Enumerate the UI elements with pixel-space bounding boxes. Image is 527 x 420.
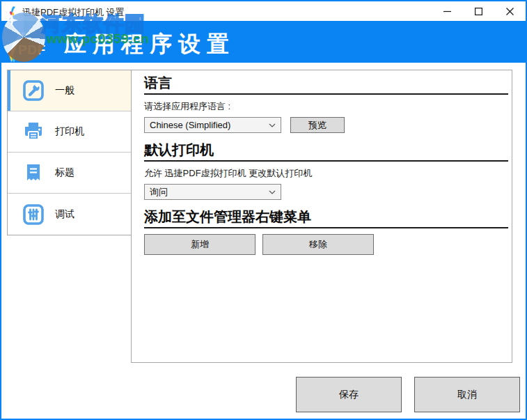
cancel-button[interactable]: 取消: [414, 377, 520, 412]
language-select-value: Chinese (Simplified): [150, 120, 230, 130]
add-button[interactable]: 新增: [144, 234, 255, 255]
preview-button[interactable]: 预览: [290, 117, 345, 133]
sidebar-item-label: 一般: [55, 84, 74, 97]
sidebar-item-label: 标题: [55, 166, 74, 179]
maximize-button[interactable]: [463, 1, 494, 21]
sliders-icon: [22, 203, 45, 226]
default-printer-select[interactable]: 询问: [144, 184, 281, 200]
wrench-icon: [22, 79, 45, 102]
close-button[interactable]: [494, 1, 526, 21]
page-title: 应用程序设置: [64, 29, 235, 60]
maximize-icon: [475, 8, 482, 15]
sidebar-item-printer[interactable]: 打印机: [8, 111, 132, 153]
app-logo-icon: [8, 6, 19, 17]
sidebar-item-title[interactable]: 标题: [8, 153, 132, 194]
default-printer-label: 允许 迅捷PDF虚拟打印机 更改默认打印机: [144, 167, 508, 180]
sidebar-item-label: 打印机: [55, 125, 84, 138]
content-panel: 语言 请选择应用程序语言 : Chinese (Simplified) 预览 默…: [131, 70, 512, 363]
language-label: 请选择应用程序语言 :: [144, 100, 508, 113]
close-icon: [506, 8, 514, 15]
language-select[interactable]: Chinese (Simplified): [144, 117, 281, 133]
app-window: 迅捷PDF虚拟打印机 设置: [0, 0, 527, 420]
window-controls: [432, 1, 526, 21]
sidebar-item-debug[interactable]: 调试: [8, 194, 132, 235]
default-printer-select-value: 询问: [150, 186, 168, 199]
default-printer-heading: 默认打印机: [144, 141, 508, 162]
minimize-button[interactable]: [432, 1, 463, 21]
printer-icon: [22, 120, 45, 143]
app-header: PDF 应用程序设置: [1, 21, 526, 63]
window-title: 迅捷PDF虚拟打印机 设置: [22, 6, 125, 19]
chevron-down-icon: [269, 190, 276, 194]
context-menu-heading: 添加至文件管理器右键菜单: [144, 208, 508, 228]
sidebar-item-label: 调试: [55, 208, 74, 221]
sidebar-item-general[interactable]: 一般: [8, 70, 132, 111]
pdf-logo-text: PDF: [18, 42, 46, 58]
minimize-icon: [443, 8, 451, 15]
document-icon: [22, 162, 45, 184]
chevron-down-icon: [269, 123, 276, 127]
sidebar: 一般 打印机 标题: [7, 70, 132, 235]
remove-button[interactable]: 移除: [262, 234, 374, 255]
titlebar: 迅捷PDF虚拟打印机 设置: [1, 1, 526, 21]
language-heading: 语言: [144, 75, 508, 95]
save-button[interactable]: 保存: [296, 377, 402, 412]
